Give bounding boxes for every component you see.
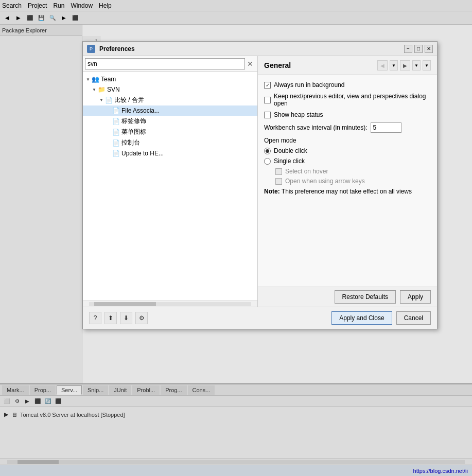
dialog-title-buttons: − □ ✕ xyxy=(404,45,433,53)
update-icon: 📄 xyxy=(112,149,120,157)
label-keep-editor: Keep next/previous editor, view and pers… xyxy=(274,93,431,107)
label-decor-icon: 📄 xyxy=(112,117,120,126)
label-heap-status: Show heap status xyxy=(274,111,323,118)
tree-item-svn[interactable]: ▼ 📁 SVN xyxy=(83,84,257,95)
tree-arrow-team: ▼ xyxy=(85,77,91,82)
content-footer: Restore Defaults Apply xyxy=(258,287,437,307)
sub-options: Select on hover Open when using arrow ke… xyxy=(275,168,431,185)
sub-row-select-hover: Select on hover xyxy=(275,168,431,175)
tree-label-compare: 比较 / 合并 xyxy=(114,96,144,104)
tree-item-label-decor[interactable]: 📄 标签修饰 xyxy=(83,116,257,127)
tree-label-team: Team xyxy=(101,76,116,83)
tree-arrow-svn: ▼ xyxy=(91,87,97,92)
checkbox-always-run[interactable] xyxy=(264,82,271,89)
tree-label-update: Update to HE... xyxy=(121,150,164,157)
note-strong: Note: xyxy=(264,188,280,195)
dialog-minimize-btn[interactable]: − xyxy=(404,45,412,53)
cancel-btn[interactable]: Cancel xyxy=(396,311,431,325)
tree-label-label-decor: 标签修饰 xyxy=(121,117,146,126)
content-panel: General ◀ ▼ ▶ ▼ ▼ Always r xyxy=(258,56,437,307)
menu-icon-icon: 📄 xyxy=(112,128,120,136)
tree-arrow-compare: ▼ xyxy=(98,98,104,102)
dialog-titlebar: P Preferences − □ ✕ xyxy=(83,42,437,56)
modal-overlay: P Preferences − □ ✕ ✕ xyxy=(0,0,472,476)
sub-label-select-hover: Select on hover xyxy=(285,168,328,175)
nav-menu-dropdown[interactable]: ▼ xyxy=(423,60,431,70)
footer-help-btn[interactable]: ? xyxy=(89,312,101,324)
apply-close-btn[interactable]: Apply and Close xyxy=(331,311,392,325)
nav-forward-btn[interactable]: ▶ xyxy=(400,60,410,70)
pref-row-heap-status: Show heap status xyxy=(264,111,431,118)
fileassoc-icon: 📄 xyxy=(112,107,120,115)
radio-row-single-click: Single click xyxy=(264,157,431,165)
tree-item-update[interactable]: 📄 Update to HE... xyxy=(83,148,257,158)
dialog-footer: ? ⬆ ⬇ ⚙ Apply and Close Cancel xyxy=(83,307,437,329)
open-mode-label: Open mode xyxy=(264,137,431,144)
label-single-click: Single click xyxy=(274,157,305,165)
checkbox-heap-status[interactable] xyxy=(264,112,271,118)
label-workbench-interval: Workbench save interval (in minutes): xyxy=(264,124,368,131)
content-title: General xyxy=(264,61,291,69)
dialog-title-icon: P xyxy=(87,45,95,53)
compare-icon: 📄 xyxy=(104,96,113,104)
dialog-body: ✕ ▼ 👥 Team ▼ 📁 SVN xyxy=(83,56,437,307)
tree-label-menu-icon: 菜单图标 xyxy=(121,128,146,136)
checkbox-keep-editor[interactable] xyxy=(264,97,271,103)
nav-back-dropdown[interactable]: ▼ xyxy=(390,60,398,70)
content-area: Always run in background Keep next/previ… xyxy=(258,75,437,287)
pref-row-keep-editor: Keep next/previous editor, view and pers… xyxy=(264,93,431,107)
tree-label-svn: SVN xyxy=(107,86,120,93)
sub-label-arrow-keys: Open when using arrow keys xyxy=(285,178,365,185)
tree-scrollbar-track[interactable] xyxy=(89,302,251,306)
sub-checkbox-select-hover[interactable] xyxy=(275,168,282,175)
tree-search-input[interactable] xyxy=(85,58,245,69)
footer-export-btn[interactable]: ⬇ xyxy=(120,312,132,324)
radio-row-double-click: Double click xyxy=(264,147,431,154)
dialog-maximize-btn[interactable]: □ xyxy=(414,45,423,53)
dialog-title-text: Preferences xyxy=(99,45,400,52)
tree-item-fileassoc[interactable]: 📄 File Associa... xyxy=(83,105,257,116)
dialog-close-btn[interactable]: ✕ xyxy=(425,45,433,53)
footer-import-btn[interactable]: ⬆ xyxy=(104,312,117,324)
pref-row-always-run: Always run in background xyxy=(264,81,431,89)
apply-btn[interactable]: Apply xyxy=(400,290,431,304)
tree-item-compare[interactable]: ▼ 📄 比较 / 合并 xyxy=(83,95,257,105)
content-nav: ◀ ▼ ▶ ▼ ▼ xyxy=(377,60,431,70)
sub-checkbox-arrow-keys[interactable] xyxy=(275,178,282,185)
tree-content: ▼ 👥 Team ▼ 📁 SVN ▼ 📄 xyxy=(83,72,257,301)
tree-label-fileassoc: File Associa... xyxy=(121,107,160,114)
footer-settings-btn[interactable]: ⚙ xyxy=(135,312,148,324)
tree-panel: ✕ ▼ 👥 Team ▼ 📁 SVN xyxy=(83,56,258,307)
preferences-dialog: P Preferences − □ ✕ ✕ xyxy=(82,41,438,329)
tree-search-bar: ✕ xyxy=(83,56,257,72)
nav-back-btn[interactable]: ◀ xyxy=(377,60,388,70)
sub-row-arrow-keys: Open when using arrow keys xyxy=(275,178,431,185)
console-icon: 📄 xyxy=(112,139,120,147)
svn-icon: 📁 xyxy=(97,85,106,94)
label-double-click: Double click xyxy=(274,147,307,154)
team-icon: 👥 xyxy=(91,75,99,83)
footer-right: Apply and Close Cancel xyxy=(331,311,431,325)
tree-item-team[interactable]: ▼ 👥 Team xyxy=(83,74,257,84)
radio-single-click[interactable] xyxy=(264,158,271,165)
tree-scrollbar-thumb[interactable] xyxy=(94,302,156,306)
label-always-run: Always run in background xyxy=(274,81,344,89)
tree-scrollbar[interactable] xyxy=(83,301,257,307)
tree-search-clear-btn[interactable]: ✕ xyxy=(245,59,255,69)
tree-label-console: 控制台 xyxy=(121,138,140,147)
content-header: General ◀ ▼ ▶ ▼ ▼ xyxy=(258,56,437,75)
tree-item-menu-icon[interactable]: 📄 菜单图标 xyxy=(83,127,257,137)
tree-item-console[interactable]: 📄 控制台 xyxy=(83,137,257,148)
ide-background: Search Project Run Window Help ◀ ▶ ⬛ 💾 🔍… xyxy=(0,0,472,476)
workbench-interval-input[interactable] xyxy=(371,122,401,133)
footer-left: ? ⬆ ⬇ ⚙ xyxy=(89,312,148,324)
radio-group-open-mode: Double click Single click xyxy=(264,147,431,185)
radio-double-click[interactable] xyxy=(264,148,271,154)
restore-defaults-btn[interactable]: Restore Defaults xyxy=(335,290,396,304)
nav-forward-dropdown[interactable]: ▼ xyxy=(412,60,421,70)
note-row: Note: This preference may not take effec… xyxy=(264,188,431,195)
note-text: This preference may not take effect on a… xyxy=(282,188,412,195)
pref-row-workbench-interval: Workbench save interval (in minutes): xyxy=(264,122,431,133)
